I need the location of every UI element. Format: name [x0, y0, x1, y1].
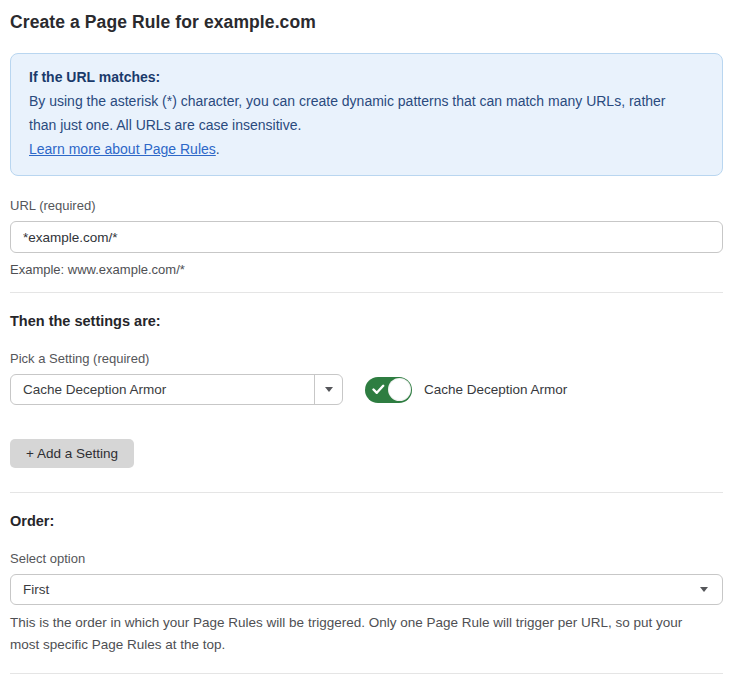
setting-toggle-label: Cache Deception Armor: [424, 382, 567, 397]
order-select-value: First: [23, 582, 700, 597]
check-icon: [372, 384, 385, 395]
learn-more-link[interactable]: Learn more about Page Rules: [29, 141, 216, 157]
setting-row: Cache Deception Armor Cache Deception Ar…: [10, 374, 723, 405]
link-period: .: [216, 141, 220, 157]
info-box-heading: If the URL matches:: [29, 66, 704, 89]
divider: [10, 492, 723, 493]
toggle-knob: [388, 378, 411, 401]
url-match-info-box: If the URL matches: By using the asteris…: [10, 53, 723, 176]
order-select-label: Select option: [10, 551, 723, 566]
page-title: Create a Page Rule for example.com: [10, 12, 723, 33]
chevron-down-icon: [700, 587, 708, 592]
page-rule-form: Create a Page Rule for example.com If th…: [10, 0, 723, 679]
order-section-heading: Order:: [10, 513, 723, 529]
setting-select-value: Cache Deception Armor: [11, 375, 314, 404]
setting-picker-label: Pick a Setting (required): [10, 351, 723, 366]
order-help-text: This is the order in which your Page Rul…: [10, 612, 715, 656]
chevron-down-icon: [325, 387, 333, 392]
setting-toggle[interactable]: [365, 377, 412, 403]
info-box-link-line: Learn more about Page Rules.: [29, 137, 704, 161]
url-input[interactable]: [10, 221, 723, 253]
divider: [10, 292, 723, 293]
url-field-label: URL (required): [10, 198, 723, 213]
setting-select-arrow-button[interactable]: [314, 375, 342, 404]
url-example-hint: Example: www.example.com/*: [10, 262, 723, 277]
order-select[interactable]: First: [10, 574, 723, 605]
add-setting-button[interactable]: + Add a Setting: [10, 439, 134, 468]
setting-select[interactable]: Cache Deception Armor: [10, 374, 343, 405]
divider: [10, 673, 723, 674]
settings-section-heading: Then the settings are:: [10, 313, 723, 329]
info-box-body: By using the asterisk (*) character, you…: [29, 89, 689, 137]
